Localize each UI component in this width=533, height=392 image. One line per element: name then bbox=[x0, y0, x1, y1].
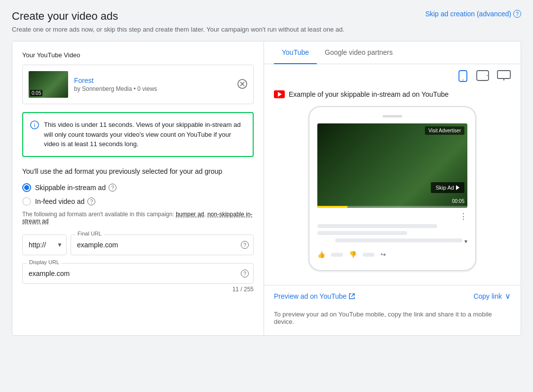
tabs-bar: YouTube Google video partners bbox=[264, 41, 521, 64]
url-prefix-select[interactable]: http:// https:// bbox=[22, 235, 67, 255]
phone-mockup: Visit Advertiser Skip Ad 00:05 ⋮ bbox=[308, 106, 476, 271]
unavailable-text: The following ad formats aren't availabl… bbox=[22, 211, 254, 225]
main-content: Your YouTube Video 0:05 Forest by Sonnen… bbox=[12, 41, 521, 336]
preview-ad-on-youtube-link[interactable]: Preview ad on YouTube bbox=[274, 292, 355, 300]
phone-content: ⋮ ▾ 👍 👎 ↪ bbox=[317, 208, 467, 262]
infeed-video-label: In-feed video ad ? bbox=[35, 197, 95, 205]
info-text: This video is under 11 seconds. Views of… bbox=[44, 120, 246, 149]
display-url-input[interactable] bbox=[22, 263, 254, 284]
copy-link-button[interactable]: Copy link bbox=[473, 292, 502, 300]
svg-point-8 bbox=[487, 75, 488, 76]
svg-text:i: i bbox=[34, 122, 36, 129]
bumper-ad-link[interactable]: bumper ad bbox=[176, 211, 204, 218]
content-bar-1 bbox=[317, 224, 437, 228]
skippable-instream-radio[interactable] bbox=[22, 183, 31, 192]
skippable-help-icon[interactable]: ? bbox=[109, 184, 116, 192]
skippable-instream-option[interactable]: Skippable in-stream ad ? bbox=[22, 183, 254, 192]
page-header: Create your video ads Skip ad creation (… bbox=[12, 10, 521, 23]
video-section-label: Your YouTube Video bbox=[22, 51, 254, 59]
video-thumbnail: 0:05 bbox=[29, 71, 68, 98]
tab-youtube[interactable]: YouTube bbox=[274, 41, 317, 64]
preview-note: To preview your ad on YouTube mobile, co… bbox=[264, 307, 521, 335]
progress-fill bbox=[317, 206, 347, 208]
infeed-help-icon[interactable]: ? bbox=[87, 197, 95, 205]
thumbs-up-icon[interactable]: 👍 bbox=[317, 251, 325, 258]
tablet-device-icon[interactable] bbox=[476, 70, 489, 84]
display-url-help-icon[interactable]: ? bbox=[241, 270, 249, 277]
visit-advertiser-overlay[interactable]: Visit Advertiser bbox=[425, 126, 464, 135]
preview-label: Example of your skippable in-stream ad o… bbox=[274, 90, 511, 98]
video-title: Forest bbox=[74, 77, 231, 84]
phone-speaker bbox=[382, 115, 402, 118]
dropdown-row: ▾ bbox=[317, 238, 467, 245]
video-timer: 00:05 bbox=[452, 198, 464, 204]
video-card: 0:05 Forest by Sonnenberg Media • 0 view… bbox=[22, 65, 254, 104]
content-meta-bar bbox=[335, 238, 462, 242]
display-url-section: Display URL ? 11 / 255 bbox=[22, 263, 254, 293]
info-icon: i bbox=[30, 120, 39, 131]
content-bar-2 bbox=[317, 231, 407, 235]
final-url-input[interactable] bbox=[71, 235, 254, 255]
skip-play-icon bbox=[456, 185, 459, 190]
external-link-icon bbox=[348, 293, 355, 300]
video-info: Forest by Sonnenberg Media • 0 views bbox=[74, 77, 231, 92]
infeed-video-radio[interactable] bbox=[22, 197, 31, 206]
ad-format-label: You'll use the ad format you previously … bbox=[22, 167, 254, 177]
page-title: Create your video ads bbox=[12, 10, 118, 23]
skip-ad-creation-link[interactable]: Skip ad creation (advanced) ? bbox=[425, 10, 521, 18]
display-url-wrapper: Display URL ? bbox=[22, 263, 254, 284]
youtube-logo-icon bbox=[274, 90, 285, 98]
like-count-bar bbox=[331, 253, 343, 257]
video-close-button[interactable] bbox=[237, 79, 247, 90]
url-prefix-select-wrapper[interactable]: http:// https:// ▼ bbox=[22, 235, 67, 255]
share-icon[interactable]: ↪ bbox=[381, 251, 386, 258]
page-subtitle: Create one or more ads now, or skip this… bbox=[12, 26, 521, 33]
display-url-char-count: 11 / 255 bbox=[22, 286, 254, 293]
desktop-device-icon[interactable] bbox=[497, 70, 511, 84]
infeed-video-option[interactable]: In-feed video ad ? bbox=[22, 197, 254, 206]
video-duration: 0:05 bbox=[30, 90, 42, 96]
tab-google-video-partners[interactable]: Google video partners bbox=[317, 41, 401, 64]
video-preview-background bbox=[317, 123, 467, 208]
final-url-label: Final URL bbox=[76, 231, 104, 236]
skip-ad-button-overlay[interactable]: Skip Ad bbox=[431, 182, 464, 193]
ad-format-section: You'll use the ad format you previously … bbox=[22, 167, 254, 225]
svg-line-12 bbox=[351, 294, 354, 297]
expand-icon[interactable]: ∨ bbox=[505, 291, 511, 301]
video-preview: Visit Advertiser Skip Ad 00:05 bbox=[317, 123, 467, 208]
video-meta: by Sonnenberg Media • 0 views bbox=[74, 85, 231, 92]
dropdown-arrow-icon: ▾ bbox=[464, 238, 467, 245]
help-circle-icon: ? bbox=[513, 10, 521, 18]
preview-section: Example of your skippable in-stream ad o… bbox=[264, 90, 521, 281]
svg-rect-7 bbox=[477, 71, 489, 80]
page-container: Create your video ads Skip ad creation (… bbox=[0, 0, 533, 392]
thumbs-down-icon[interactable]: 👎 bbox=[349, 251, 357, 258]
skippable-instream-label: Skippable in-stream ad ? bbox=[35, 184, 116, 192]
display-url-label: Display URL bbox=[27, 259, 61, 265]
svg-rect-9 bbox=[497, 71, 510, 78]
mobile-device-icon[interactable] bbox=[457, 70, 468, 84]
more-options-icon[interactable]: ⋮ bbox=[317, 212, 467, 221]
final-url-section: http:// https:// ▼ Final URL ? bbox=[22, 235, 254, 255]
youtube-play-icon bbox=[278, 92, 282, 97]
preview-links: Preview ad on YouTube Copy link ∨ bbox=[264, 285, 521, 307]
device-icons bbox=[264, 64, 521, 90]
copy-link-row: Copy link ∨ bbox=[473, 291, 511, 301]
right-panel: YouTube Google video partners bbox=[264, 41, 521, 335]
svg-point-6 bbox=[462, 79, 463, 80]
final-url-row: http:// https:// ▼ Final URL ? bbox=[22, 235, 254, 255]
dislike-count-bar bbox=[363, 253, 375, 257]
action-bar: 👍 👎 ↪ bbox=[317, 249, 467, 258]
info-box: i This video is under 11 seconds. Views … bbox=[22, 112, 254, 157]
left-panel: Your YouTube Video 0:05 Forest by Sonnen… bbox=[12, 41, 264, 335]
progress-bar bbox=[317, 206, 467, 208]
final-url-help-icon[interactable]: ? bbox=[241, 241, 249, 249]
final-url-wrapper: Final URL ? bbox=[71, 235, 254, 255]
